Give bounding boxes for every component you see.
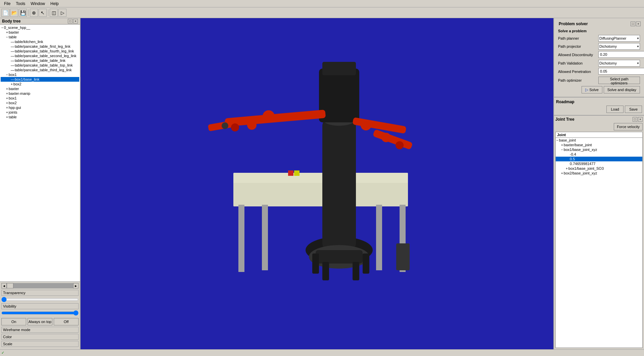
svg-rect-24 <box>294 170 300 176</box>
pointer-button[interactable]: ⊕ <box>30 9 38 17</box>
joint-item-2[interactable]: −box1/base_joint_xyz <box>556 147 642 152</box>
force-velocity-row: Force velocity <box>555 123 643 130</box>
panel-pin-btn[interactable]: □ <box>68 19 73 24</box>
joint-label-4: 0.5 <box>570 157 575 161</box>
allowed-discontinuity-row: Allowed Discontinuity ▲ ▼ <box>558 51 640 58</box>
transparency-slider[interactable] <box>1 297 79 302</box>
toggle-box2_sub[interactable]: + <box>11 82 13 86</box>
allowed-penetration-spin: ▲ ▼ <box>598 68 644 75</box>
svg-rect-23 <box>288 170 293 176</box>
menu-file[interactable]: File <box>1 1 13 7</box>
menu-help[interactable]: Help <box>48 1 61 7</box>
tree-item-table_top[interactable]: —table/pancake_table_table_top_link <box>1 63 79 68</box>
toggle-box1[interactable]: − <box>6 73 8 77</box>
svg-point-16 <box>263 110 275 122</box>
tree-item-box2b[interactable]: +box2 <box>1 101 79 105</box>
panel-close-btn[interactable]: × <box>73 19 78 24</box>
run-button[interactable]: ▷ <box>58 9 66 17</box>
tree-item-table_pancake4[interactable]: —table/pancake_table_fourth_leg_link <box>1 49 79 53</box>
tree-item-box1[interactable]: −box1 <box>1 72 79 77</box>
joint-item-4[interactable]: 0.5 <box>556 157 642 161</box>
j-toggle-1[interactable]: + <box>561 143 563 147</box>
tree-item-table_pancake_table[interactable]: —table/pancake_table_table_link <box>1 58 79 63</box>
export-button[interactable]: ◫ <box>50 9 58 17</box>
toggle-table[interactable]: − <box>6 35 8 39</box>
menu-window[interactable]: Window <box>28 1 48 7</box>
tree-item-box1b[interactable]: +box1 <box>1 96 79 101</box>
j-toggle-0[interactable]: − <box>556 139 558 142</box>
tree-label-box1_base: box1/base_link <box>15 77 39 81</box>
j-toggle-2[interactable]: − <box>561 148 563 152</box>
toggle-hpp_gui[interactable]: + <box>6 106 8 110</box>
force-velocity-button[interactable]: Force velocity <box>614 123 643 130</box>
ps-pin-btn[interactable]: □ <box>631 22 635 26</box>
joint-item-5[interactable]: 0.74659981477 <box>556 161 642 166</box>
joint-label-2: box1/base_joint_xyz <box>564 148 597 152</box>
path-projector-select[interactable]: Dichotomy <box>598 43 640 50</box>
toggle-scene[interactable]: − <box>1 26 3 30</box>
j-toggle-6[interactable]: + <box>566 167 568 170</box>
tree-label-joints: joints <box>9 110 17 114</box>
tree-item-baxter2[interactable]: +baxter <box>1 86 79 91</box>
toggle-baxter_manip[interactable]: + <box>6 92 8 95</box>
svg-rect-5 <box>262 205 268 270</box>
save-button[interactable]: Save <box>625 106 642 113</box>
tree-item-baxter[interactable]: +baxter <box>1 30 79 35</box>
viewport[interactable] <box>81 18 553 349</box>
tree-item-table_pancake2[interactable]: —table/pancake_table_second_leg_link <box>1 53 79 58</box>
on-button[interactable]: On <box>1 318 26 325</box>
scroll-left-btn[interactable]: ◄ <box>1 283 7 288</box>
scrollbar-track[interactable] <box>7 283 73 288</box>
allowed-penetration-input[interactable] <box>598 68 644 75</box>
toggle-box1b[interactable]: + <box>6 96 8 100</box>
joint-item-3[interactable]: -0.4 <box>556 152 642 157</box>
tree-container[interactable]: −0_scene_hpp__+baxter−table—table/kitche… <box>0 25 80 281</box>
tree-item-box1_base[interactable]: —box1/base_link <box>1 77 79 82</box>
solve-button[interactable]: ▷ Solve <box>582 86 602 93</box>
save-button[interactable]: 💾 <box>19 9 27 17</box>
tree-item-baxter_manip[interactable]: +baxter-manip <box>1 91 79 96</box>
scroll-right-btn[interactable]: ► <box>73 283 79 288</box>
jt-pin-btn[interactable]: □ <box>633 117 637 122</box>
toggle-baxter[interactable]: + <box>6 31 8 34</box>
tree-item-table[interactable]: −table <box>1 35 79 39</box>
ps-close-btn[interactable]: × <box>636 22 641 26</box>
tree-item-joints[interactable]: +joints <box>1 110 79 115</box>
svg-rect-6 <box>376 205 382 270</box>
joint-item-7[interactable]: +box2/base_joint_xyz <box>556 171 642 175</box>
path-validation-select[interactable]: Dichotomy <box>598 60 640 67</box>
visibility-slider[interactable] <box>1 310 79 316</box>
j-toggle-7[interactable]: + <box>561 171 563 175</box>
solve-display-button[interactable]: Solve and display <box>604 86 640 93</box>
tree-item-scene[interactable]: −0_scene_hpp__ <box>1 25 79 30</box>
tree-item-box2_sub[interactable]: +box2 <box>1 82 79 86</box>
joint-item-1[interactable]: +baxter/base_joint <box>556 143 642 147</box>
joint-item-6[interactable]: +box1/base_joint_SO3 <box>556 166 642 171</box>
toggle-joints[interactable]: + <box>6 111 8 114</box>
tree-item-table_kitchen[interactable]: —table/kitchen_link <box>1 39 79 44</box>
allowed-discontinuity-input[interactable] <box>598 51 644 58</box>
off-button[interactable]: Off <box>54 318 79 325</box>
tree-label-hpp_gui: hpp-gui <box>9 106 21 110</box>
joint-tree-container[interactable]: Joint −base_joint+baxter/base_joint−box1… <box>555 132 643 348</box>
cursor-button[interactable]: ↖ <box>39 9 47 17</box>
tree-item-hpp_gui[interactable]: +hpp-gui <box>1 105 79 110</box>
tree-label-table_pancake3: table/pancake_table_third_leg_link <box>15 68 72 72</box>
select-path-optimizers-button[interactable]: Select path optimizers <box>598 77 640 84</box>
toggle-baxter2[interactable]: + <box>6 87 8 91</box>
joint-tree-panel: Joint Tree □ × Force velocity Joint −bas… <box>554 116 644 349</box>
tree-item-table_pancake1[interactable]: —table/pancake_table_first_leg_link <box>1 44 79 49</box>
svg-point-18 <box>231 123 239 131</box>
path-planner-select[interactable]: DiffusingPlanner <box>598 35 640 42</box>
open-button[interactable]: 📂 <box>10 9 18 17</box>
toggle-box2b[interactable]: + <box>6 101 8 105</box>
menu-tools[interactable]: Tools <box>13 1 28 7</box>
new-button[interactable]: 📄 <box>1 9 9 17</box>
tree-item-table_pancake3[interactable]: —table/pancake_table_third_leg_link <box>1 68 79 72</box>
load-button[interactable]: Load <box>606 106 623 113</box>
toggle-table2[interactable]: + <box>6 115 8 119</box>
tree-item-table2[interactable]: +table <box>1 115 79 119</box>
jt-close-btn[interactable]: × <box>638 117 643 122</box>
joint-item-0[interactable]: −base_joint <box>556 138 642 143</box>
always-on-top-button[interactable]: Always on top <box>28 318 52 325</box>
